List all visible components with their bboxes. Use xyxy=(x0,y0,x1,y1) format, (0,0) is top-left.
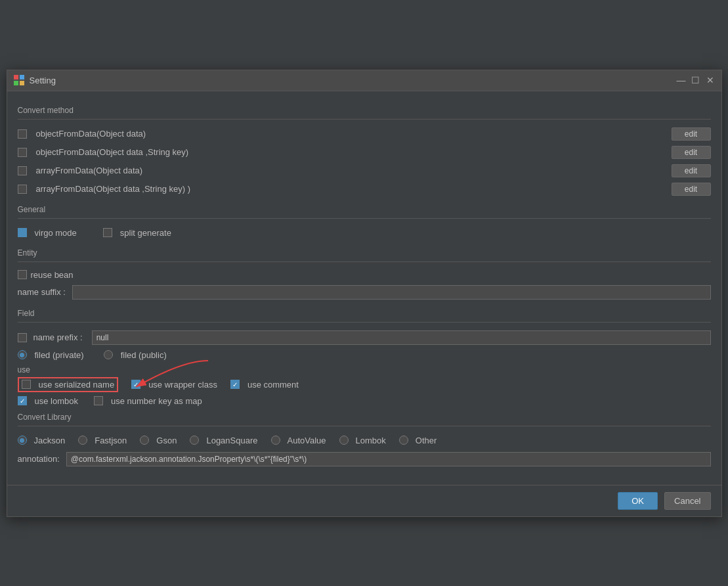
convert-library-label: Convert Library xyxy=(18,413,711,422)
method-edit-button[interactable]: edit xyxy=(672,164,711,177)
method-edit-button[interactable]: edit xyxy=(672,127,711,141)
library-label-lombok: Lombok xyxy=(356,436,386,445)
close-button[interactable]: ✕ xyxy=(706,76,715,85)
method-row-left: arrayFromData(Object data ,String key) ) xyxy=(18,184,191,194)
convert-library-divider xyxy=(18,426,711,426)
general-label: General xyxy=(18,205,711,214)
library-radio-jackson[interactable] xyxy=(18,436,27,445)
library-radio-autovalue[interactable] xyxy=(271,436,280,445)
app-icon xyxy=(14,75,24,85)
entity-divider xyxy=(18,261,711,262)
ok-button[interactable]: OK xyxy=(618,492,658,510)
title-bar-left: Setting xyxy=(14,75,56,85)
use-lombok-item: use lombok xyxy=(18,396,78,406)
virgo-mode-item: virgo mode xyxy=(18,228,77,238)
split-generate-checkbox[interactable] xyxy=(103,228,112,237)
library-item: Other xyxy=(399,436,437,445)
name-prefix-input[interactable] xyxy=(92,330,711,345)
svg-rect-3 xyxy=(20,81,24,85)
reuse-bean-label: reuse bean xyxy=(31,270,74,280)
method-checkbox[interactable] xyxy=(18,148,27,157)
name-prefix-label: name prefix : xyxy=(33,332,83,342)
library-radio-other[interactable] xyxy=(399,436,408,445)
minimize-button[interactable]: — xyxy=(677,76,686,85)
entity-label: Entity xyxy=(18,248,711,258)
use-comment-item: use comment xyxy=(230,380,299,390)
use-serialized-name-item: use serialized name xyxy=(18,377,119,392)
virgo-mode-checkbox[interactable] xyxy=(18,228,27,237)
method-row-left: objectFromData(Object data ,String key) xyxy=(18,147,189,157)
library-radio-gson[interactable] xyxy=(140,436,149,445)
name-prefix-row: name prefix : xyxy=(18,328,711,348)
filed-public-label: filed (public) xyxy=(121,350,167,360)
use-comment-checkbox[interactable] xyxy=(230,380,240,389)
use-wrapper-class-checkbox[interactable] xyxy=(131,380,140,389)
name-suffix-label: name suffix : xyxy=(18,287,66,297)
library-label-jackson: Jackson xyxy=(34,436,66,445)
use-number-key-item: use number key as map xyxy=(94,396,202,406)
method-checkbox[interactable] xyxy=(18,166,27,175)
main-content: Convert method objectFromData(Object dat… xyxy=(7,91,721,480)
library-label-other: Other xyxy=(416,436,437,445)
library-radio-lombok[interactable] xyxy=(339,436,349,445)
library-radio-fastjson[interactable] xyxy=(78,436,87,445)
settings-window: Setting — ☐ ✕ Convert method objectFromD… xyxy=(7,70,722,517)
convert-method-label: Convert method xyxy=(18,106,711,115)
library-item: Lombok xyxy=(339,436,386,445)
library-item: LoganSquare xyxy=(190,436,257,445)
library-options-row: Jackson Fastjson Gson LoganSquare AutoVa… xyxy=(18,432,711,449)
title-bar-controls: — ☐ ✕ xyxy=(677,76,715,85)
title-bar: Setting — ☐ ✕ xyxy=(7,70,721,91)
method-label: objectFromData(Object data) xyxy=(36,129,146,139)
method-label: arrayFromData(Object data ,String key) ) xyxy=(36,184,191,194)
reuse-bean-checkbox[interactable] xyxy=(18,270,27,279)
general-divider xyxy=(18,218,711,219)
filed-public-radio[interactable] xyxy=(104,350,113,359)
method-label: objectFromData(Object data ,String key) xyxy=(36,147,189,157)
dialog-footer: OK Cancel xyxy=(7,485,721,516)
field-label: Field xyxy=(18,309,711,318)
method-edit-button[interactable]: edit xyxy=(672,183,711,196)
use-lombok-label: use lombok xyxy=(35,396,78,406)
maximize-button[interactable]: ☐ xyxy=(691,76,700,85)
svg-rect-1 xyxy=(20,75,24,79)
convert-method-row: objectFromData(Object data) edit xyxy=(18,125,711,143)
split-generate-label: split generate xyxy=(120,228,171,238)
use-serialized-name-label: use serialized name xyxy=(39,380,115,390)
general-options-row: virgo mode split generate xyxy=(18,224,711,242)
virgo-mode-label: virgo mode xyxy=(35,228,77,238)
convert-method-row: arrayFromData(Object data) edit xyxy=(18,162,711,180)
library-item: Fastjson xyxy=(78,436,127,445)
library-label-fastjson: Fastjson xyxy=(95,436,127,445)
convert-method-row: objectFromData(Object data ,String key) … xyxy=(18,143,711,162)
name-suffix-input[interactable] xyxy=(72,285,711,300)
use-lombok-checkbox[interactable] xyxy=(18,396,27,405)
use-serialized-name-checkbox[interactable] xyxy=(22,380,31,389)
reuse-bean-row: reuse bean xyxy=(18,267,711,282)
filed-public-item: filed (public) xyxy=(104,350,167,360)
use-options-row2: use lombok use number key as map xyxy=(18,396,711,406)
annotation-label: annotation: xyxy=(18,454,60,464)
method-edit-button[interactable]: edit xyxy=(672,146,711,159)
use-comment-label: use comment xyxy=(247,380,299,390)
filed-private-label: filed (private) xyxy=(35,350,84,360)
library-label-logansquare: LoganSquare xyxy=(206,436,257,445)
use-wrapper-class-label: use wrapper class xyxy=(148,380,217,390)
annotation-input[interactable] xyxy=(66,452,711,466)
library-item: Jackson xyxy=(18,436,66,445)
method-label: arrayFromData(Object data) xyxy=(36,166,143,175)
red-arrow-annotation xyxy=(123,357,215,397)
filed-private-radio[interactable] xyxy=(18,350,27,359)
library-item: AutoValue xyxy=(271,436,326,445)
method-checkbox[interactable] xyxy=(18,185,27,194)
cancel-button[interactable]: Cancel xyxy=(664,492,710,510)
name-suffix-row: name suffix : xyxy=(18,282,711,302)
library-radio-logansquare[interactable] xyxy=(190,436,199,445)
convert-method-divider xyxy=(18,119,711,120)
name-prefix-checkbox[interactable] xyxy=(18,333,27,342)
field-visibility-row: filed (private) filed (public) xyxy=(18,348,711,363)
method-checkbox[interactable] xyxy=(18,129,27,139)
use-number-key-checkbox[interactable] xyxy=(94,396,103,405)
split-generate-item: split generate xyxy=(103,228,171,238)
use-wrapper-class-item: use wrapper class xyxy=(131,380,217,390)
